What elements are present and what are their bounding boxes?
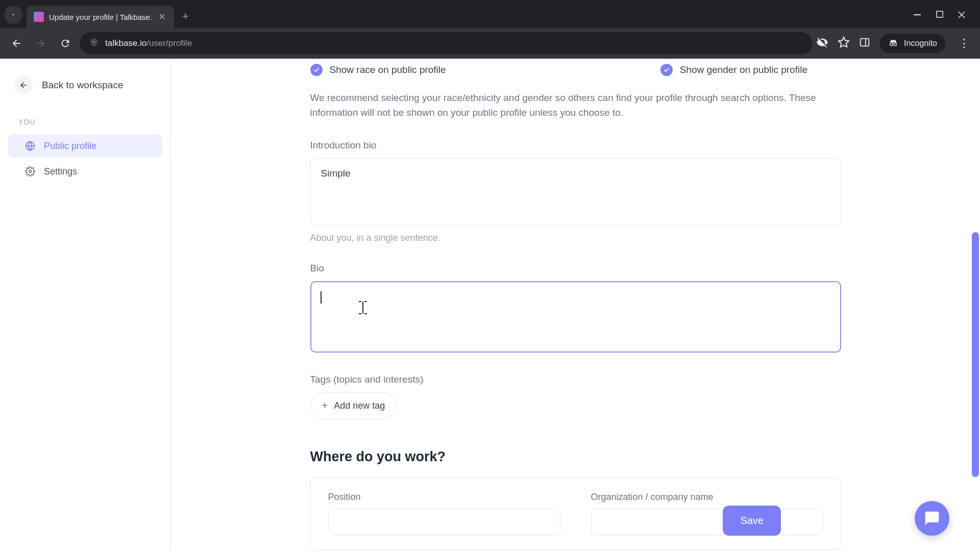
browser-chrome: Update your profile | Talkbase. ✕ + talk… bbox=[0, 0, 980, 59]
plus-icon: + bbox=[322, 400, 328, 412]
scrollbar[interactable] bbox=[971, 59, 980, 551]
checkbox-show-gender[interactable]: Show gender on public profile bbox=[660, 64, 807, 76]
maximize-icon[interactable] bbox=[936, 11, 943, 21]
work-heading: Where do you work? bbox=[310, 449, 841, 465]
back-label: Back to workspace bbox=[42, 80, 123, 91]
tab-bar: Update your profile | Talkbase. ✕ + bbox=[0, 0, 980, 28]
gear-icon bbox=[24, 166, 36, 177]
app-root: Back to workspace YOU Public profile Set… bbox=[0, 59, 980, 551]
position-input[interactable] bbox=[328, 509, 560, 535]
checkbox-row: Show race on public profile Show gender … bbox=[310, 64, 841, 76]
incognito-badge[interactable]: Incognito bbox=[879, 34, 945, 53]
close-tab-icon[interactable]: ✕ bbox=[157, 10, 167, 23]
save-button[interactable]: Save bbox=[723, 506, 781, 536]
back-button[interactable] bbox=[6, 33, 27, 54]
close-window-icon[interactable] bbox=[958, 11, 966, 21]
nav-label: Settings bbox=[44, 166, 77, 177]
window-controls bbox=[914, 11, 976, 21]
org-label: Organization / company name bbox=[591, 492, 823, 503]
site-info-icon[interactable] bbox=[89, 37, 99, 49]
svg-rect-1 bbox=[937, 11, 943, 17]
url-bar[interactable]: talkbase.io/user/profile bbox=[80, 32, 812, 55]
back-to-workspace[interactable]: Back to workspace bbox=[0, 69, 170, 102]
bio-input[interactable] bbox=[310, 281, 841, 353]
svg-point-4 bbox=[890, 43, 893, 46]
browser-tab[interactable]: Update your profile | Talkbase. ✕ bbox=[27, 6, 174, 28]
tab-search-button[interactable] bbox=[4, 6, 22, 24]
intro-bio-label: Introduction bio bbox=[310, 140, 841, 151]
checkbox-label: Show gender on public profile bbox=[680, 64, 807, 76]
incognito-icon bbox=[888, 38, 899, 49]
forward-button[interactable] bbox=[31, 33, 51, 54]
svg-point-5 bbox=[894, 43, 897, 46]
checkbox-label: Show race on public profile bbox=[330, 64, 446, 76]
globe-icon bbox=[24, 140, 36, 152]
side-panel-icon[interactable] bbox=[859, 37, 870, 50]
position-label: Position bbox=[328, 492, 560, 503]
minimize-icon[interactable] bbox=[914, 11, 922, 21]
add-tag-button[interactable]: + Add new tag bbox=[310, 392, 397, 419]
browser-menu-icon[interactable]: ⋮ bbox=[954, 33, 974, 54]
svg-rect-0 bbox=[914, 14, 921, 15]
svg-point-8 bbox=[29, 170, 32, 173]
main-content: Show race on public profile Show gender … bbox=[171, 59, 980, 551]
intro-bio-input[interactable] bbox=[310, 158, 841, 226]
text-caret bbox=[321, 291, 322, 304]
org-input[interactable] bbox=[591, 509, 823, 535]
address-bar: talkbase.io/user/profile Incognito ⋮ bbox=[0, 28, 980, 59]
bookmark-star-icon[interactable] bbox=[838, 36, 850, 51]
url-text: talkbase.io/user/profile bbox=[105, 38, 192, 48]
tags-label: Tags (topics and interests) bbox=[310, 374, 841, 385]
favicon-icon bbox=[34, 12, 44, 22]
sidebar-item-public-profile[interactable]: Public profile bbox=[8, 134, 162, 158]
back-arrow-icon bbox=[14, 76, 33, 94]
checkbox-checked-icon bbox=[660, 64, 673, 76]
scrollbar-thumb[interactable] bbox=[972, 232, 979, 477]
sidebar: Back to workspace YOU Public profile Set… bbox=[0, 59, 171, 551]
help-text: We recommend selecting your race/ethnici… bbox=[310, 90, 841, 120]
tab-title: Update your profile | Talkbase. bbox=[49, 13, 152, 21]
chat-icon bbox=[924, 510, 940, 527]
checkbox-show-race[interactable]: Show race on public profile bbox=[310, 64, 446, 76]
chat-widget-button[interactable] bbox=[915, 501, 949, 536]
bio-label: Bio bbox=[310, 263, 841, 274]
svg-rect-2 bbox=[861, 39, 869, 46]
new-tab-button[interactable]: + bbox=[174, 10, 197, 23]
intro-hint: About you, in a single sentence. bbox=[310, 233, 841, 243]
checkbox-checked-icon bbox=[310, 64, 323, 76]
nav-label: Public profile bbox=[44, 141, 96, 152]
reload-button[interactable] bbox=[55, 33, 76, 54]
add-tag-label: Add new tag bbox=[334, 400, 385, 411]
sidebar-item-settings[interactable]: Settings bbox=[8, 160, 162, 183]
sidebar-section-label: YOU bbox=[0, 102, 170, 132]
eye-off-icon[interactable] bbox=[816, 36, 828, 51]
